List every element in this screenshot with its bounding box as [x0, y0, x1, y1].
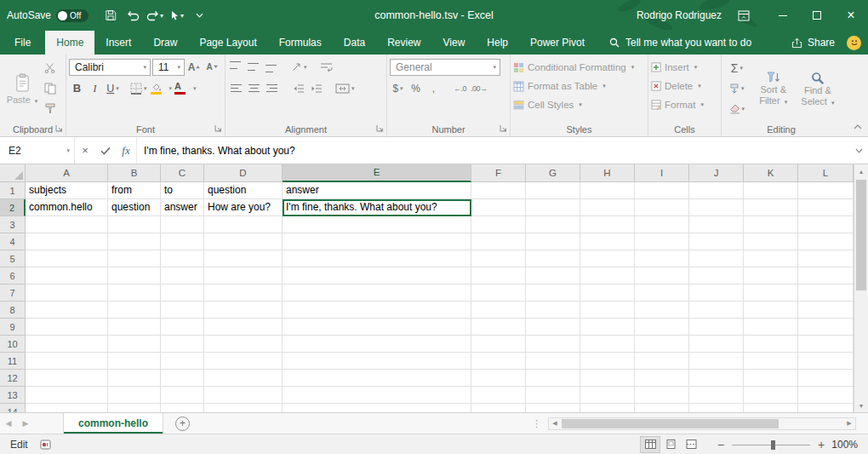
cell-L8[interactable]	[798, 302, 854, 319]
cell-F3[interactable]	[471, 216, 526, 233]
macro-record-icon[interactable]	[40, 440, 51, 450]
cell-F1[interactable]	[471, 182, 526, 199]
cell-K1[interactable]	[744, 182, 798, 199]
cell-L4[interactable]	[798, 233, 854, 250]
column-header-D[interactable]: D	[204, 164, 283, 182]
italic-button[interactable]: I	[87, 79, 103, 97]
undo-icon[interactable]	[123, 4, 143, 26]
vertical-scroll-thumb[interactable]	[856, 180, 866, 290]
cell-B12[interactable]	[108, 370, 161, 387]
column-header-C[interactable]: C	[161, 164, 204, 182]
insert-function-icon[interactable]: fx	[116, 137, 136, 164]
tab-file[interactable]: File	[0, 31, 45, 55]
cell-D1[interactable]: question	[204, 182, 283, 199]
close-button[interactable]: ×	[834, 0, 868, 31]
tab-formulas[interactable]: Formulas	[268, 31, 333, 55]
maximize-button[interactable]	[800, 0, 834, 31]
cell-H7[interactable]	[580, 284, 635, 302]
cell-J7[interactable]	[689, 284, 744, 302]
cell-F6[interactable]	[471, 267, 526, 284]
bold-button[interactable]: B	[69, 79, 85, 97]
cell-E8[interactable]	[283, 302, 471, 319]
cell-F9[interactable]	[471, 319, 526, 336]
clipboard-dialog-launcher-icon[interactable]	[55, 124, 63, 134]
cell-F14[interactable]	[471, 404, 526, 412]
cell-H11[interactable]	[580, 353, 635, 370]
cell-C7[interactable]	[161, 284, 204, 302]
cell-G3[interactable]	[526, 216, 580, 233]
cell-F13[interactable]	[471, 387, 526, 404]
font-dialog-launcher-icon[interactable]	[214, 124, 222, 134]
cell-I9[interactable]	[635, 319, 689, 336]
cell-E1[interactable]: answer	[283, 182, 471, 199]
row-header-12[interactable]: 12	[0, 370, 26, 387]
font-color-icon[interactable]: A	[174, 79, 190, 97]
cell-H12[interactable]	[580, 370, 635, 387]
cell-G5[interactable]	[526, 250, 580, 267]
cell-J2[interactable]	[689, 199, 744, 216]
cell-J5[interactable]	[689, 250, 744, 267]
cell-D8[interactable]	[204, 302, 283, 319]
tab-insert[interactable]: Insert	[94, 31, 142, 55]
sort-filter-button[interactable]: Sort & Filter ▾	[753, 56, 794, 122]
cell-A3[interactable]	[26, 216, 108, 233]
borders-icon[interactable]: ▾	[129, 79, 148, 97]
format-cells-button[interactable]: Format▾	[651, 95, 718, 114]
touch-mode-icon[interactable]: ▾	[167, 4, 187, 26]
cell-K11[interactable]	[744, 353, 798, 370]
cell-H6[interactable]	[580, 267, 635, 284]
cell-C12[interactable]	[161, 370, 204, 387]
cell-E12[interactable]	[283, 370, 471, 387]
cell-I12[interactable]	[635, 370, 689, 387]
cell-B7[interactable]	[108, 284, 161, 302]
cell-G6[interactable]	[526, 267, 580, 284]
cell-E4[interactable]	[283, 233, 471, 250]
cell-J1[interactable]	[689, 182, 744, 199]
number-dialog-launcher-icon[interactable]	[500, 124, 507, 134]
align-right-icon[interactable]	[264, 79, 280, 97]
cell-B5[interactable]	[108, 250, 161, 267]
minimize-button[interactable]	[766, 0, 800, 31]
cell-G8[interactable]	[526, 302, 580, 319]
share-button[interactable]: Share	[791, 31, 847, 55]
align-center-icon[interactable]	[246, 79, 262, 97]
row-header-10[interactable]: 10	[0, 336, 26, 353]
increase-indent-icon[interactable]	[308, 79, 324, 97]
cell-J9[interactable]	[689, 319, 744, 336]
row-header-13[interactable]: 13	[0, 387, 26, 404]
cell-G1[interactable]	[526, 182, 580, 199]
cell-L5[interactable]	[798, 250, 854, 267]
cell-F12[interactable]	[471, 370, 526, 387]
cell-D10[interactable]	[204, 336, 283, 353]
cell-G12[interactable]	[526, 370, 580, 387]
font-size-combo[interactable]: 11▾	[152, 59, 185, 76]
cell-A10[interactable]	[26, 336, 108, 353]
cell-K12[interactable]	[744, 370, 798, 387]
cell-B1[interactable]: from	[108, 182, 161, 199]
tab-page-layout[interactable]: Page Layout	[188, 31, 267, 55]
cell-B11[interactable]	[108, 353, 161, 370]
tab-review[interactable]: Review	[376, 31, 431, 55]
cell-C14[interactable]	[161, 404, 204, 412]
redo-icon[interactable]: ▾	[145, 4, 165, 26]
horizontal-scroll-thumb[interactable]	[562, 419, 779, 428]
cell-G4[interactable]	[526, 233, 580, 250]
column-header-B[interactable]: B	[108, 164, 161, 182]
column-header-L[interactable]: L	[798, 164, 854, 182]
scroll-left-icon[interactable]: ◀	[549, 418, 561, 429]
view-page-break-icon[interactable]	[681, 436, 701, 453]
cell-L3[interactable]	[798, 216, 854, 233]
cell-I3[interactable]	[635, 216, 689, 233]
cell-L2[interactable]	[798, 199, 854, 216]
sheet-nav-right-icon[interactable]: ▶	[17, 419, 34, 428]
cell-G2[interactable]	[526, 199, 580, 216]
cell-I11[interactable]	[635, 353, 689, 370]
cell-L13[interactable]	[798, 387, 854, 404]
cell-F4[interactable]	[471, 233, 526, 250]
cell-L12[interactable]	[798, 370, 854, 387]
cell-C1[interactable]: to	[161, 182, 204, 199]
cell-D2[interactable]: How are you?	[204, 199, 283, 216]
cell-F8[interactable]	[471, 302, 526, 319]
cell-B6[interactable]	[108, 267, 161, 284]
cell-I13[interactable]	[635, 387, 689, 404]
